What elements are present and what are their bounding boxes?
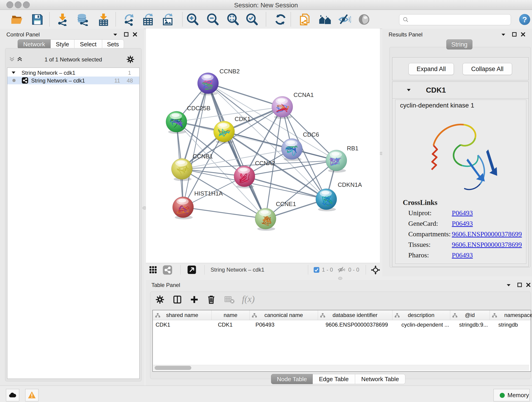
help-button[interactable]: ?	[519, 14, 530, 25]
table-row[interactable]: CDK1CDK1P064939606.ENSP00000378699cyclin…	[153, 320, 531, 329]
add-column-icon[interactable]	[190, 295, 199, 304]
column-header-database-identifier[interactable]: database identifier	[318, 310, 392, 320]
network-node-hist1h1a[interactable]	[172, 197, 194, 219]
export-table-icon[interactable]	[142, 13, 155, 26]
expand-all-button[interactable]: Expand All	[409, 63, 454, 75]
float-panel-icon[interactable]	[512, 32, 517, 37]
table-gear-icon[interactable]	[155, 295, 165, 304]
network-tree-root-row[interactable]: String Network – cdk1 1	[7, 69, 139, 77]
crosslink-value-link[interactable]: P06493	[452, 209, 473, 217]
crosslink-label: Tissues:	[408, 241, 431, 249]
tab-edge-table[interactable]: Edge Table	[313, 374, 355, 384]
network-node-cdc6[interactable]	[281, 138, 302, 161]
network-node-cdkn1a[interactable]	[316, 189, 337, 211]
gene-collapse-icon[interactable]	[406, 88, 411, 92]
network-edge	[208, 83, 282, 107]
search-input[interactable]	[399, 14, 511, 25]
home-network-icon[interactable]	[319, 13, 331, 26]
gene-header-row[interactable]: CDK1	[393, 82, 528, 99]
crosslinks-title: CrossLinks	[403, 198, 437, 207]
collapse-all-button[interactable]: Collapse All	[462, 63, 512, 75]
panel-menu-icon[interactable]	[113, 33, 118, 36]
network-canvas[interactable]: CCNB2CCNA1CDC25BCDK1CDC6RB1CCNB1CCNA2CDK…	[146, 29, 380, 263]
fit-selected-icon[interactable]	[370, 265, 380, 275]
network-node-cdk1[interactable]	[214, 121, 234, 144]
import-table-icon[interactable]	[97, 13, 110, 26]
zoom-out-icon[interactable]	[206, 13, 219, 26]
column-header-description[interactable]: description	[392, 310, 450, 320]
column-header--id[interactable]: @id	[450, 310, 490, 320]
selected-nodes-count: 1 - 0	[322, 267, 333, 273]
crosslink-row: GeneCard:P06493	[395, 218, 526, 229]
zoom-fit-icon[interactable]	[227, 13, 239, 26]
network-edge-count: 48	[127, 77, 133, 84]
float-panel-icon[interactable]	[517, 282, 522, 287]
tab-network-table[interactable]: Network Table	[355, 374, 405, 384]
tree-collapse-icon[interactable]	[12, 71, 16, 74]
clone-network-icon[interactable]	[298, 13, 311, 26]
results-panel-title: Results Panel	[389, 32, 423, 38]
close-panel-icon[interactable]	[133, 32, 138, 37]
zoom-in-icon[interactable]	[186, 13, 199, 26]
memory-button[interactable]: Memory	[494, 389, 530, 401]
network-node-ccne1[interactable]	[255, 208, 276, 231]
tab-sets[interactable]: Sets	[102, 39, 124, 49]
panel-menu-icon[interactable]	[501, 33, 506, 36]
tree-hierarchy-icon	[320, 313, 325, 318]
crosslink-value-link[interactable]: P06493	[452, 220, 473, 227]
column-header-namespace[interactable]: namespace	[490, 310, 530, 320]
tab-network[interactable]: Network	[18, 39, 51, 49]
tab-node-table[interactable]: Node Table	[271, 374, 313, 384]
grid-view-icon[interactable]	[149, 266, 157, 274]
close-panel-icon[interactable]	[520, 32, 526, 37]
open-session-icon[interactable]	[11, 13, 23, 26]
export-network-icon[interactable]	[122, 13, 135, 26]
show-columns-icon[interactable]	[173, 295, 182, 304]
memory-label: Memory	[507, 389, 529, 401]
tab-select[interactable]: Select	[75, 39, 102, 49]
crosslink-row: Pharos:P06493	[395, 250, 526, 260]
network-node-cdc25b[interactable]	[166, 111, 187, 134]
string-view-icon[interactable]	[162, 265, 172, 275]
export-image-icon[interactable]	[162, 13, 174, 26]
column-header-label: database identifier	[318, 310, 392, 320]
delete-column-icon[interactable]	[207, 294, 216, 305]
panel-menu-icon[interactable]	[506, 283, 511, 287]
delete-table-icon[interactable]	[225, 296, 234, 304]
refresh-icon[interactable]	[274, 13, 287, 26]
cloud-button[interactable]	[6, 389, 19, 401]
warning-button[interactable]	[25, 389, 38, 401]
hidden-elements-icon[interactable]	[337, 266, 346, 273]
column-header-name[interactable]: name	[211, 310, 249, 320]
import-network-icon[interactable]	[56, 13, 69, 26]
crosslink-value-link[interactable]: 9606.ENSP00000378699	[452, 241, 522, 249]
zoom-selected-icon[interactable]	[246, 13, 259, 26]
tab-style[interactable]: Style	[51, 39, 75, 49]
birds-eye-view-icon[interactable]	[187, 265, 196, 274]
network-node-ccna1[interactable]	[272, 96, 293, 119]
network-view-toolbar: String Network – cdk1 1 - 0 0 - 0	[146, 263, 380, 276]
crosslink-value-link[interactable]: P06493	[452, 251, 473, 259]
network-node-ccna2[interactable]	[234, 166, 255, 188]
toolbar-separator	[49, 12, 50, 26]
selected-nodes-checkbox[interactable]	[313, 267, 320, 273]
float-panel-icon[interactable]	[124, 32, 129, 37]
gene-details-box: CDK1 cyclin-dependent kinase 1 CrossLink…	[392, 82, 529, 267]
import-network-from-database-icon[interactable]	[76, 13, 89, 26]
column-header-canonical-name[interactable]: canonical name	[249, 310, 318, 320]
scrollbar-thumb[interactable]	[155, 366, 191, 370]
gene-details-content: cyclin-dependent kinase 1 CrossLinks Uni…	[395, 100, 526, 264]
function-builder-icon[interactable]: f(x)	[242, 294, 255, 304]
column-header-shared-name[interactable]: shared name	[153, 310, 211, 320]
horizontal-splitter-handle[interactable]	[338, 277, 342, 280]
network-tree-row-selected[interactable]: String Network – cdk1 11 48	[7, 77, 139, 84]
results-tab-string[interactable]: String	[446, 39, 472, 50]
eye-icon[interactable]	[358, 13, 370, 26]
save-session-icon[interactable]	[31, 13, 44, 26]
crosslink-value-link[interactable]: 9606.ENSP00000378699	[452, 230, 522, 238]
table-horizontal-scrollbar	[153, 365, 529, 370]
close-panel-icon[interactable]	[526, 282, 531, 287]
show-hide-graphics-icon[interactable]	[338, 13, 351, 26]
network-node-rb1[interactable]	[326, 150, 347, 172]
gear-icon[interactable]	[126, 55, 134, 64]
